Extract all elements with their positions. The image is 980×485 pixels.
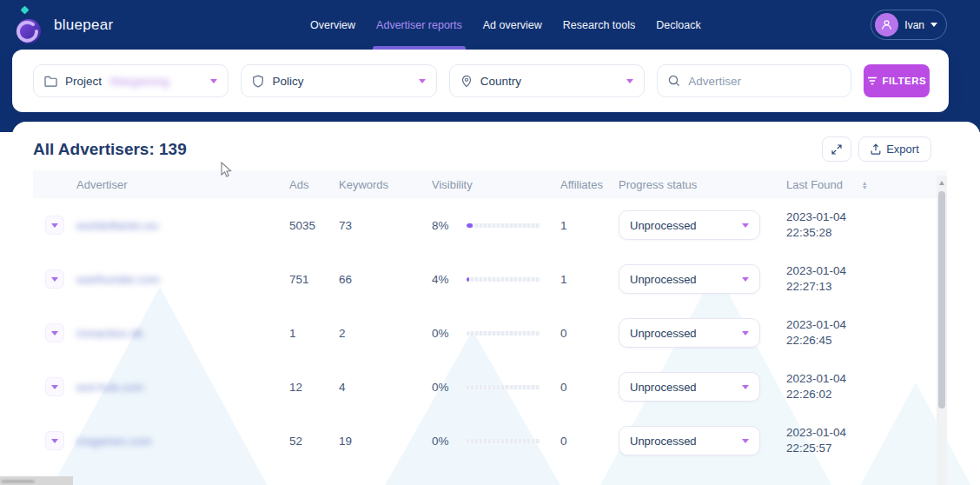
- chevron-down-icon: [742, 385, 749, 389]
- bluepear-logo-icon: [14, 6, 43, 44]
- visibility-bar: [467, 439, 540, 443]
- header-keywords: Keywords: [339, 170, 432, 198]
- visibility-cell: 0%: [432, 381, 560, 394]
- chevron-down-icon: [742, 277, 749, 282]
- affiliates-count: 0: [560, 414, 619, 468]
- row-expander-button[interactable]: [45, 431, 64, 450]
- chevron-down-icon: [626, 79, 633, 83]
- progress-status-dropdown[interactable]: Unprocessed: [619, 426, 760, 455]
- project-filter[interactable]: Project Wargaming: [33, 64, 228, 97]
- brand-logo: bluepear: [14, 0, 114, 50]
- advertiser-link-blurred[interactable]: mmaction.dk: [76, 327, 143, 340]
- last-found-time: 22:35:28: [786, 225, 947, 241]
- chevron-down-icon: [930, 23, 937, 27]
- table-header: Advertiser Ads Keywords Visibility Affil…: [33, 170, 947, 198]
- visibility-percent: 4%: [432, 273, 458, 286]
- sort-icon[interactable]: ▲▼: [862, 181, 868, 189]
- last-found-cell: 2023-01-04 22:27:13: [786, 252, 947, 306]
- header-advertiser: Advertiser: [76, 170, 289, 198]
- table-row: warthunder.com 751 66 4% 1: [33, 252, 947, 306]
- table-row: worldoftanks.eu 5035 73 8% 1: [33, 198, 947, 252]
- export-button-label: Export: [886, 143, 919, 156]
- filter-lines-icon: [867, 76, 877, 85]
- upload-icon: [871, 143, 881, 155]
- ads-count: 1: [289, 306, 339, 360]
- visibility-bar: [467, 223, 540, 228]
- advertisers-table: Advertiser Ads Keywords Visibility Affil…: [33, 170, 947, 468]
- table-row: iosgames.com 52 19 0% 0: [33, 414, 947, 468]
- last-found-cell: 2023-01-04 22:26:02: [786, 360, 947, 414]
- country-filter[interactable]: Country: [449, 64, 645, 97]
- user-menu[interactable]: Ivan: [871, 10, 947, 40]
- advertiser-search-input[interactable]: [688, 75, 827, 88]
- content-area: All Advertisers: 139 Export: [12, 122, 980, 485]
- header-ads: Ads: [289, 170, 339, 198]
- advertiser-search[interactable]: [657, 64, 851, 97]
- progress-status-dropdown[interactable]: Unprocessed: [619, 264, 760, 294]
- expand-icon: [831, 144, 842, 155]
- person-icon: [880, 18, 893, 31]
- scrollbar-thumb[interactable]: [938, 191, 945, 409]
- advertiser-link-blurred[interactable]: wot-hub.com: [76, 381, 143, 394]
- user-name: Ivan: [904, 19, 924, 31]
- table-row: mmaction.dk 1 2 0% 0 Un: [33, 306, 947, 360]
- table-scrollbar[interactable]: [937, 176, 947, 485]
- advertiser-link-blurred[interactable]: warthunder.com: [76, 273, 160, 286]
- nav-item[interactable]: Overview: [310, 0, 355, 50]
- progress-status-dropdown[interactable]: Unprocessed: [619, 372, 760, 402]
- chevron-down-icon: [742, 331, 749, 336]
- visibility-percent: 8%: [432, 219, 458, 232]
- visibility-cell: 8%: [432, 219, 560, 232]
- ads-count: 52: [289, 414, 339, 468]
- affiliates-count: 1: [560, 198, 619, 252]
- logo-circle-icon: [16, 18, 42, 44]
- advertiser-link-blurred[interactable]: worldoftanks.eu: [76, 219, 159, 232]
- last-found-cell: 2023-01-04 22:25:57: [786, 414, 947, 468]
- keywords-count: 2: [339, 306, 432, 360]
- progress-status-dropdown[interactable]: Unprocessed: [619, 318, 760, 348]
- advertiser-link-blurred[interactable]: iosgames.com: [76, 435, 152, 448]
- chevron-down-icon: [51, 223, 58, 228]
- header-visibility: Visibility: [432, 170, 560, 198]
- visibility-cell: 0%: [432, 327, 560, 340]
- visibility-percent: 0%: [432, 327, 458, 340]
- row-expander-button[interactable]: [45, 216, 64, 235]
- export-button[interactable]: Export: [858, 136, 931, 162]
- logo-diamond-icon: [21, 5, 30, 14]
- row-expander-button[interactable]: [45, 377, 64, 396]
- country-filter-label: Country: [480, 75, 521, 88]
- last-found-time: 22:26:45: [786, 333, 947, 349]
- policy-filter[interactable]: Policy: [241, 64, 436, 97]
- table-row: wot-hub.com 12 4 0% 0 U: [33, 360, 947, 414]
- scrollbar-up-arrow[interactable]: [937, 177, 947, 188]
- project-filter-label: Project: [65, 75, 102, 88]
- progress-status-value: Unprocessed: [630, 435, 697, 448]
- filters-button[interactable]: FILTERS: [864, 64, 930, 97]
- keywords-count: 66: [339, 252, 432, 306]
- header-last-found: Last Found ▲▼: [786, 170, 947, 198]
- progress-status-dropdown[interactable]: Unprocessed: [619, 210, 760, 240]
- chevron-down-icon: [742, 439, 749, 443]
- nav-item[interactable]: Advertiser reports: [376, 0, 462, 50]
- nav-item-label: Overview: [310, 19, 355, 31]
- project-filter-value-blurred: Wargaming: [109, 75, 169, 88]
- chevron-down-icon: [210, 79, 217, 83]
- nav-item[interactable]: Research tools: [563, 0, 635, 50]
- location-pin-icon: [460, 75, 473, 88]
- row-expander-button[interactable]: [45, 323, 64, 342]
- nav-item-label: Research tools: [563, 19, 635, 31]
- visibility-bar: [467, 331, 540, 336]
- keywords-count: 73: [339, 198, 432, 252]
- header-expander: [33, 170, 76, 198]
- visibility-bar: [467, 277, 540, 282]
- results-toolbar: All Advertisers: 139 Export: [12, 122, 980, 170]
- progress-status-value: Unprocessed: [630, 327, 697, 340]
- filter-bar: Project Wargaming Policy Country FILTERS: [12, 50, 949, 112]
- row-expander-button[interactable]: [45, 269, 64, 289]
- chevron-down-icon: [419, 79, 426, 83]
- expand-table-button[interactable]: [822, 136, 851, 162]
- last-found-cell: 2023-01-04 22:26:45: [786, 306, 947, 360]
- nav-item[interactable]: Decloack: [656, 0, 700, 50]
- nav-item[interactable]: Ad overview: [483, 0, 542, 50]
- chevron-down-icon: [742, 223, 749, 228]
